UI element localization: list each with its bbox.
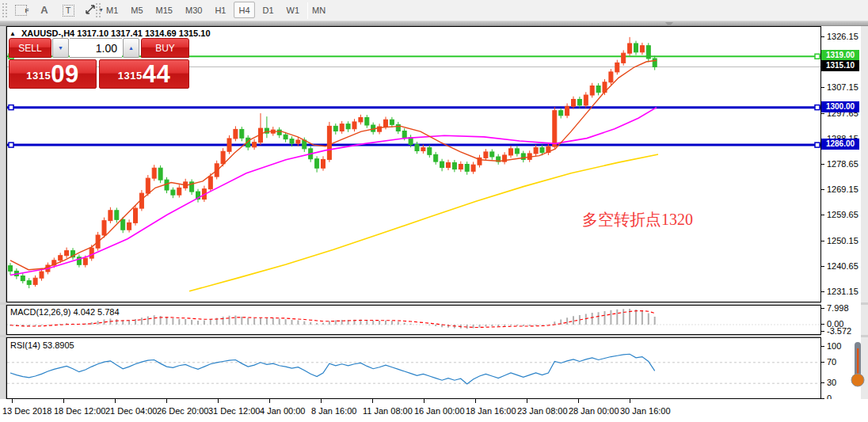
timeframe-button-h1[interactable]: H1: [210, 2, 230, 18]
fibonacci-tool-button[interactable]: F: [11, 2, 30, 19]
time-tick: [12, 399, 13, 403]
sell-price-digits: 09: [51, 60, 78, 88]
rsi-label: RSI(14) 53.8905: [10, 340, 74, 350]
fibonacci-icon: F: [15, 5, 27, 16]
symbol-collapse-icon[interactable]: ▲: [10, 30, 16, 37]
buy-price-display[interactable]: 131544: [99, 59, 189, 89]
timeframe-button-w1[interactable]: W1: [282, 2, 305, 18]
time-label: 21 Dec 04:00: [105, 406, 157, 416]
time-label: 13 Dec 2018: [2, 406, 51, 416]
time-label: 4 Jan 00:00: [260, 406, 306, 416]
price-tick: 1259.65: [821, 210, 858, 219]
time-axis[interactable]: 13 Dec 201818 Dec 12:0021 Dec 04:0026 De…: [0, 399, 868, 422]
time-tick: [630, 399, 630, 403]
price-tick: 1231.15: [821, 287, 858, 296]
ohlc-low: 1314.69: [145, 29, 177, 38]
symbol-label: XAUUSD-,H4: [21, 29, 74, 38]
price-tick: 1278.65: [821, 159, 858, 169]
price-tick: 1307.15: [821, 82, 858, 92]
timeframe-button-m30[interactable]: M30: [181, 2, 207, 18]
time-label: 18 Dec 12:00: [54, 406, 105, 416]
time-label: 30 Jan 16:00: [620, 406, 671, 416]
time-tick: [218, 399, 219, 403]
mt4-window: F A T ▼ M1M5M15M30H1H4D1W1MN ▲ XAUUSD-,H…: [0, 0, 868, 422]
rsi-axis-tick: 100: [821, 341, 841, 351]
timeframe-button-m15[interactable]: M15: [151, 2, 177, 18]
time-label: 31 Dec 12:00: [208, 406, 260, 416]
sell-price-prefix: 1315: [26, 70, 51, 82]
toolbar: F A T ▼ M1M5M15M30H1H4D1W1MN: [0, 0, 868, 21]
time-tick: [372, 399, 373, 403]
time-tick: [63, 399, 64, 403]
text-tool-button[interactable]: A: [35, 2, 54, 19]
price-tag-1286.00: 1286.00: [821, 139, 859, 150]
macd-axis-max: 7.998: [821, 303, 849, 313]
rsi-panel[interactable]: [6, 337, 821, 399]
time-tick: [424, 399, 424, 403]
sell-button[interactable]: SELL: [9, 38, 51, 58]
letter-a-icon: A: [40, 4, 48, 16]
ohlc-close: 1315.10: [179, 29, 211, 38]
time-tick: [578, 399, 579, 403]
timeframe-button-mn[interactable]: MN: [307, 2, 330, 18]
volume-decrease-button[interactable]: ▼: [52, 38, 69, 58]
toolbar-grip-2[interactable]: [95, 3, 101, 18]
buy-button[interactable]: BUY: [141, 38, 189, 58]
timeframe-button-h4[interactable]: H4: [234, 2, 254, 18]
window-left-edge: [0, 26, 6, 422]
price-tick: 1240.65: [821, 261, 858, 271]
ohlc-high: 1317.41: [111, 29, 143, 38]
time-tick: [166, 399, 167, 403]
rsi-axis-tick: 30: [821, 378, 836, 387]
price-tick: 1269.15: [821, 184, 858, 194]
rsi-axis-tick: 70: [821, 357, 836, 367]
one-click-trading-widget: SELL ▼ ▲ BUY 131509 131544: [9, 38, 189, 89]
toolbar-separator: [307, 2, 308, 19]
text-label-tool-button[interactable]: T: [59, 2, 78, 19]
chart-ohlc-header: ▲ XAUUSD-,H4 1317.10 1317.41 1314.69 131…: [10, 29, 211, 38]
volume-increase-button[interactable]: ▲: [123, 38, 139, 58]
time-label: 8 Jan 16:00: [311, 406, 357, 416]
macd-label: MACD(12,26,9) 4.042 5.784: [10, 307, 120, 317]
price-tag-1300.00: 1300.00: [821, 101, 859, 112]
diagonal-arrows-icon: [85, 4, 96, 15]
time-tick: [269, 399, 270, 403]
macd-axis-min: -3.572: [821, 326, 851, 336]
price-tick: 1250.15: [821, 236, 858, 245]
chart-annotation-text: 多空转折点1320: [582, 209, 693, 230]
time-label: 18 Jan 16:00: [466, 406, 516, 416]
time-tick: [321, 399, 322, 403]
time-tick: [115, 399, 116, 403]
time-label: 28 Jan 00:00: [569, 406, 619, 416]
time-label: 16 Jan 00:00: [414, 406, 465, 416]
time-label: 23 Jan 08:00: [517, 406, 568, 416]
buy-price-digits: 44: [143, 60, 170, 88]
macd-panel[interactable]: [6, 305, 821, 335]
rsi-canvas[interactable]: [7, 338, 820, 398]
toolbar-grip[interactable]: [2, 3, 8, 18]
ohlc-open: 1317.10: [77, 29, 108, 38]
timeframe-button-m1[interactable]: M1: [101, 2, 123, 18]
macd-canvas[interactable]: [7, 306, 820, 334]
sell-price-display[interactable]: 131509: [9, 59, 97, 89]
time-label: 11 Jan 08:00: [363, 406, 413, 416]
time-tick: [475, 399, 476, 403]
letter-t-icon: T: [63, 5, 74, 17]
buy-price-prefix: 1315: [118, 70, 143, 82]
price-tick: 1326.15: [821, 32, 858, 41]
volume-input[interactable]: [70, 38, 122, 58]
time-tick: [527, 399, 527, 403]
price-tag-1319.00: 1319.00: [821, 50, 859, 61]
timeframe-button-d1[interactable]: D1: [258, 2, 279, 18]
timeframe-bar: M1M5M15M30H1H4D1W1MN: [101, 2, 333, 20]
time-label: 26 Dec 20:00: [157, 406, 208, 416]
thermometer-icon[interactable]: [850, 340, 866, 390]
timeframe-button-m5[interactable]: M5: [126, 2, 147, 18]
price-tag-1315.10: 1315.10: [821, 60, 859, 71]
